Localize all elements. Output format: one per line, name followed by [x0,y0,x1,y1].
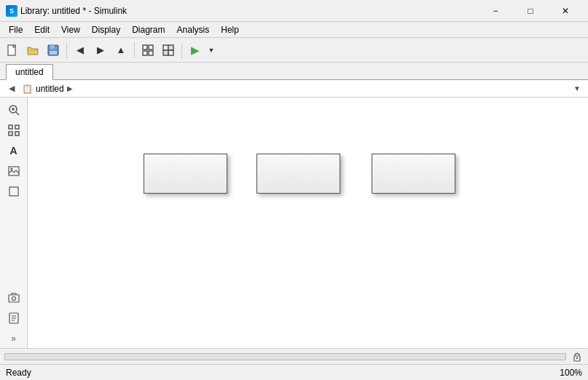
maximize-button[interactable]: □ [514,0,547,22]
svg-line-15 [16,112,19,115]
text-tool-button[interactable]: A [4,141,23,160]
title-bar-text: Library: untitled * - Simulink [20,6,479,16]
save-button[interactable] [44,41,63,60]
svg-rect-4 [143,45,147,50]
sep1 [66,42,67,58]
back-button[interactable]: ◀ [71,41,90,60]
svg-rect-7 [149,51,153,55]
menu-bar: File Edit View Display Diagram Analysis … [0,22,588,38]
svg-rect-22 [9,187,18,196]
horizontal-scrollbar[interactable] [4,353,566,360]
up-button[interactable]: ▲ [111,41,130,60]
menu-help[interactable]: Help [215,23,245,36]
svg-rect-2 [50,45,55,49]
menu-file[interactable]: File [3,23,28,36]
camera-button[interactable] [4,288,23,307]
sep2 [134,42,135,58]
svg-rect-16 [9,125,12,129]
simulink-block[interactable] [256,154,340,194]
svg-rect-3 [50,51,57,55]
path-back-button[interactable]: ◀ [4,82,19,96]
note-button[interactable] [4,309,23,328]
toolbar: ◀ ▶ ▲ ▶ ▼ [0,38,588,63]
run-button[interactable]: ▶ [186,41,205,60]
tab-bar: untitled [0,63,588,80]
status-bar: Ready 100% [0,364,588,380]
zoom-in-button[interactable] [4,100,23,119]
svg-rect-9 [168,45,173,50]
svg-rect-11 [168,50,173,55]
fit-view-button[interactable] [4,121,23,140]
svg-point-21 [10,168,12,170]
run-dropdown-button[interactable]: ▼ [206,41,216,60]
title-bar: S Library: untitled * - Simulink − □ ✕ [0,0,588,22]
svg-rect-5 [149,45,153,50]
menu-view[interactable]: View [55,23,86,36]
canvas[interactable] [28,98,588,348]
app-icon: S [6,5,17,17]
fit-button[interactable] [138,41,157,60]
path-text: untitled [36,84,64,94]
status-ready: Ready [6,368,31,378]
simulink-block[interactable] [144,154,227,194]
svg-rect-10 [163,50,168,55]
menu-edit[interactable]: Edit [28,23,55,36]
image-tool-button[interactable] [4,162,23,181]
sep3 [181,42,182,58]
open-button[interactable] [23,41,42,60]
svg-rect-6 [143,51,147,55]
simulink-block[interactable] [372,154,455,194]
left-sidebar: A » [0,98,28,348]
forward-button[interactable]: ▶ [91,41,110,60]
svg-rect-17 [15,125,19,129]
path-arrow-icon: ▶ [67,84,73,92]
minimize-button[interactable]: − [479,0,512,22]
svg-rect-19 [15,132,19,135]
title-bar-controls: − □ ✕ [479,0,582,22]
status-zoom: 100% [560,368,582,378]
content-area: ◀ 📋 untitled ▶ ▼ A [0,80,588,348]
path-bar: ◀ 📋 untitled ▶ ▼ [0,80,588,98]
path-icon: 📋 [22,84,33,94]
tab-untitled[interactable]: untitled [6,64,53,80]
svg-point-30 [576,357,578,358]
lock-button[interactable] [569,349,585,364]
svg-rect-18 [9,132,12,135]
workspace: A » [0,98,588,348]
svg-rect-8 [163,45,168,50]
path-dropdown-button[interactable]: ▼ [571,82,584,96]
svg-point-24 [12,297,15,301]
new-button[interactable] [3,41,22,60]
zoom-button[interactable] [159,41,178,60]
close-button[interactable]: ✕ [549,0,582,22]
svg-rect-20 [9,167,19,175]
more-tools-button[interactable]: » [4,329,23,348]
menu-diagram[interactable]: Diagram [126,23,170,36]
bottom-toolbar [0,348,588,364]
menu-analysis[interactable]: Analysis [171,23,216,36]
svg-rect-23 [9,295,19,302]
select-button[interactable] [4,182,23,201]
menu-display[interactable]: Display [86,23,126,36]
